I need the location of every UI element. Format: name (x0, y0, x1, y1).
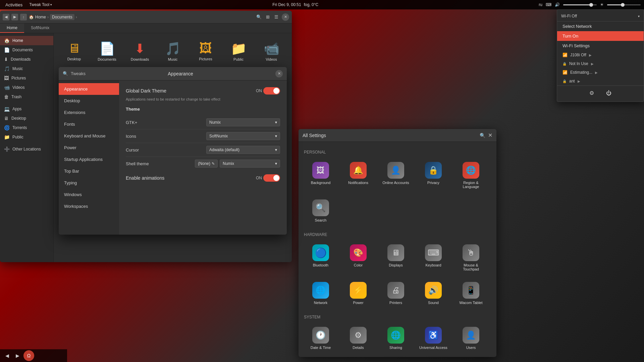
settings-item-datetime[interactable]: 🕐 Date & Time (304, 323, 337, 353)
wifi-power-icon[interactable]: ⏻ (603, 89, 614, 98)
sidebar-item-pictures[interactable]: 🖼 Pictures (0, 73, 53, 83)
shell-theme-select[interactable]: Numix ▾ (220, 160, 280, 168)
datetime-display[interactable]: Fri Dec 9, 00:51 (272, 2, 301, 7)
settings-body: Personal 🖼 Background 🔔 Notifications 👤 … (299, 142, 496, 357)
wifi-settings-gear-icon[interactable]: ⚙ (587, 88, 597, 98)
tweaks-nav-windows[interactable]: Windows (59, 189, 119, 200)
background-icon: 🖼 (312, 162, 329, 179)
settings-item-notifications[interactable]: 🔔 Notifications (341, 159, 375, 192)
tweaks-nav-topbar[interactable]: Top Bar (59, 165, 119, 177)
global-dark-theme-toggle[interactable]: ON (256, 87, 280, 95)
shell-theme-label: Shell theme (126, 161, 149, 166)
global-dark-theme-btn[interactable] (263, 87, 280, 95)
settings-item-mouse[interactable]: 🖱 Mouse & Touchpad (454, 241, 488, 275)
settings-item-displays[interactable]: 🖥 Displays (379, 241, 413, 275)
tweaks-nav-extensions[interactable]: Extensions (59, 107, 119, 118)
settings-item-bluetooth[interactable]: 🔵 Bluetooth (304, 241, 337, 275)
settings-item-users[interactable]: 👤 Users (454, 323, 488, 353)
settings-item-wacom[interactable]: 📱 Wacom Tablet (454, 279, 488, 308)
sidebar-item-trash[interactable]: 🗑 Trash (0, 92, 53, 102)
sidebar-item-home[interactable]: 🏠 Home (0, 36, 53, 45)
settings-item-keyboard[interactable]: ⌨ Keyboard (417, 241, 450, 275)
wifi-turn-on[interactable]: Turn On (557, 31, 644, 41)
settings-item-background[interactable]: 🖼 Background (304, 159, 337, 192)
settings-item-color[interactable]: 🎨 Color (341, 241, 375, 275)
tweaks-body: Appearance Desktop Extensions Fonts Keyb… (59, 80, 287, 235)
tweaks-nav-power[interactable]: Power (59, 142, 119, 154)
taskbar-forward-button[interactable]: ▶ (13, 352, 22, 360)
tweaks-nav-fonts[interactable]: Fonts (59, 118, 119, 130)
wifi-settings[interactable]: Wi-Fi Settings (557, 41, 644, 51)
view-grid-button[interactable]: ⊞ (264, 14, 271, 20)
settings-item-power[interactable]: ⚡ Power (341, 279, 375, 308)
tweaks-search-icon[interactable]: 🔍 (63, 71, 68, 76)
tweaks-close-button[interactable]: ✕ (275, 70, 283, 77)
nav-up-button[interactable]: ↑ (20, 14, 27, 20)
tweaks-nav-keyboard[interactable]: Keyboard and Mouse (59, 130, 119, 142)
sidebar-item-other-locations[interactable]: ➕ Other Locations (0, 144, 53, 154)
taskbar-app-icon[interactable]: Ω (23, 350, 34, 361)
settings-item-network[interactable]: 🌐 Network (304, 279, 337, 308)
fm-item-public[interactable]: 📁 Public (223, 39, 254, 64)
fm-item-music[interactable]: 🎵 Music (158, 39, 188, 64)
tweaktool-menu[interactable]: Tweak Tool ▾ (29, 2, 52, 7)
settings-item-search[interactable]: 🔍 Search (304, 196, 337, 226)
enable-animations-toggle[interactable]: ON (256, 174, 280, 182)
brightness-slider[interactable] (607, 4, 641, 5)
fm-item-videos[interactable]: 📹 Videos (256, 39, 286, 64)
search-button[interactable]: 🔍 (256, 14, 262, 20)
fm-item-pictures[interactable]: 🖼 Pictures (191, 39, 221, 64)
tab-home[interactable]: Home (0, 23, 24, 33)
settings-item-online-accounts[interactable]: 👤 Online Accounts (379, 159, 413, 192)
fm-item-documents[interactable]: 📄 Documents (92, 39, 122, 64)
settings-item-privacy[interactable]: 🔒 Privacy (417, 159, 450, 192)
tweaks-nav-startup[interactable]: Startup Applications (59, 154, 119, 165)
sidebar-item-downloads[interactable]: ⬇ Downloads (0, 55, 53, 64)
settings-item-details[interactable]: ⚙ Details (341, 323, 375, 353)
volume-slider[interactable] (563, 4, 597, 5)
taskbar-back-button[interactable]: ◀ (3, 352, 12, 360)
sidebar-item-apps[interactable]: 💻 Apps (0, 104, 53, 114)
settings-item-universal-access[interactable]: ♿ Universal Access (417, 323, 450, 353)
activities-button[interactable]: Activities (3, 2, 25, 7)
settings-search-icon[interactable]: 🔍 (480, 133, 485, 138)
cursor-theme-select[interactable]: Adwaita (default) ▾ (206, 146, 280, 154)
gtk-theme-select[interactable]: Numix ▾ (206, 118, 280, 126)
tweaks-nav-desktop[interactable]: Desktop (59, 95, 119, 107)
fm-item-downloads[interactable]: ⬇ Downloads (125, 39, 155, 64)
settings-close-button[interactable]: ✕ (488, 132, 492, 138)
sidebar-item-torrents[interactable]: 🌀 Torrents (0, 123, 53, 132)
tweaks-nav-appearance[interactable]: Appearance (59, 83, 119, 95)
home-icon: 🏠 (29, 15, 34, 19)
wifi-network-ant[interactable]: 🔒 ant ▶ (557, 77, 644, 85)
wifi-select-network[interactable]: Select Network (557, 21, 644, 31)
shell-theme-prefix[interactable]: (None) ✎ (195, 160, 218, 168)
sidebar-item-videos[interactable]: 📹 Videos (0, 83, 53, 92)
fm-item-desktop[interactable]: 🖥 Desktop (59, 39, 89, 64)
wifi-network-notinuse[interactable]: 🔒 Not In Use ▶ (557, 59, 644, 68)
settings-item-printers[interactable]: 🖨 Printers (379, 279, 413, 308)
close-button[interactable]: ✕ (282, 13, 289, 21)
sidebar-item-desktop[interactable]: 🖥 Desktop (0, 114, 53, 123)
sidebar-item-music[interactable]: 🎵 Music (0, 64, 53, 73)
tab-softnumix[interactable]: SoftNumix (24, 23, 56, 33)
nav-forward-button[interactable]: ▶ (11, 14, 18, 20)
tweaks-nav-typing[interactable]: Typing (59, 177, 119, 189)
enable-animations-btn[interactable] (263, 174, 280, 182)
sidebar-item-public[interactable]: 📁 Public (0, 132, 53, 142)
settings-item-sharing[interactable]: 🌐 Sharing (379, 323, 413, 353)
sidebar-item-documents[interactable]: 📄 Documents (0, 45, 53, 55)
tweaks-nav-workspaces[interactable]: Workspaces (59, 200, 119, 212)
color-icon: 🎨 (350, 244, 367, 261)
language-indicator[interactable]: ru (539, 2, 542, 7)
wifi-network-estimating[interactable]: 📶 Estimating... ▶ (557, 68, 644, 77)
settings-item-sound[interactable]: 🔊 Sound (417, 279, 450, 308)
location-home[interactable]: 🏠 Home (29, 15, 46, 19)
music-folder-icon: 🎵 (165, 41, 181, 56)
fm-file-grid: 🖥 Desktop 📄 Documents ⬇ Downloads 🎵 Musi… (59, 39, 286, 64)
wifi-network-j108[interactable]: 📶 J108i Off ▶ (557, 51, 644, 59)
icons-theme-select[interactable]: SoftNumix ▾ (206, 132, 280, 140)
nav-back-button[interactable]: ◀ (3, 14, 9, 20)
settings-item-region[interactable]: 🌐 Region & Language (454, 159, 488, 192)
view-list-button[interactable]: ☰ (273, 14, 280, 20)
